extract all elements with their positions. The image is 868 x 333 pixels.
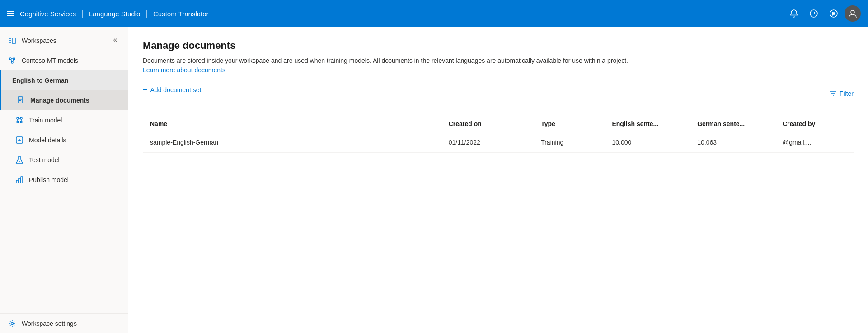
svg-point-4 xyxy=(835,14,835,14)
model-details-icon xyxy=(14,135,24,145)
svg-line-15 xyxy=(13,60,14,62)
toolbar-row: + Add document set Filter xyxy=(143,84,854,107)
sidebar: « Workspaces xyxy=(0,27,128,333)
table-body: sample-English-German 01/11/2022 Trainin… xyxy=(143,132,854,153)
svg-rect-33 xyxy=(16,180,18,183)
test-model-label: Test model xyxy=(29,156,60,164)
col-header-english-sentences: English sente... xyxy=(605,116,690,132)
svg-rect-18 xyxy=(19,99,22,100)
sidebar-item-workspace-settings[interactable]: Workspace settings xyxy=(0,313,128,333)
svg-rect-34 xyxy=(19,178,20,183)
manage-documents-icon xyxy=(16,95,26,105)
brand-language-studio[interactable]: Language Studio xyxy=(89,10,140,18)
divider2: | xyxy=(145,9,148,19)
sidebar-item-model-details[interactable]: Model details xyxy=(0,130,128,150)
user-avatar[interactable] xyxy=(845,5,861,22)
train-model-label: Train model xyxy=(29,117,62,124)
page-title: Manage documents xyxy=(143,40,854,52)
cell-created-on: 01/11/2022 xyxy=(441,132,534,153)
add-doc-plus-icon: + xyxy=(143,86,148,94)
workspace-settings-label: Workspace settings xyxy=(22,320,77,327)
sidebar-item-train-model[interactable]: Train model xyxy=(0,110,128,130)
brand-custom-translator[interactable]: Custom Translator xyxy=(153,10,209,18)
workspaces-icon xyxy=(7,36,17,46)
manage-documents-label: Manage documents xyxy=(30,97,89,104)
cell-german-sentences: 10,063 xyxy=(690,132,775,153)
add-document-set-label: Add document set xyxy=(150,86,202,94)
project-label: English to German xyxy=(12,77,68,84)
model-details-label: Model details xyxy=(29,136,66,144)
content-area: Manage documents Documents are stored in… xyxy=(128,27,868,333)
feedback-button[interactable] xyxy=(825,5,843,23)
col-header-created-by: Created by xyxy=(775,116,854,132)
help-button[interactable] xyxy=(805,5,823,23)
workspace-settings-icon xyxy=(7,319,17,328)
main-layout: « Workspaces xyxy=(0,27,868,333)
sidebar-item-manage-documents[interactable]: Manage documents xyxy=(0,90,128,110)
table-header: Name Created on Type English sente... Ge… xyxy=(143,116,854,132)
cell-doc-name: sample-English-German xyxy=(143,132,441,153)
svg-point-5 xyxy=(851,10,854,14)
cell-created-by: @gmail.... xyxy=(775,132,854,153)
col-header-german-sentences: German sente... xyxy=(690,116,775,132)
sidebar-item-model-group[interactable]: Contoso MT models xyxy=(0,51,128,70)
svg-point-20 xyxy=(17,117,19,119)
cell-english-sentences: 10,000 xyxy=(605,132,690,153)
col-header-type: Type xyxy=(534,116,605,132)
svg-point-23 xyxy=(20,121,22,123)
svg-rect-9 xyxy=(12,38,16,43)
sidebar-item-publish-model[interactable]: Publish model xyxy=(0,170,128,190)
sidebar-collapse-button[interactable]: « xyxy=(109,33,122,46)
sidebar-item-test-model[interactable]: Test model xyxy=(0,150,128,170)
filter-button[interactable]: Filter xyxy=(830,90,854,97)
svg-rect-35 xyxy=(21,177,23,183)
svg-rect-19 xyxy=(19,100,21,101)
svg-point-0 xyxy=(810,10,817,17)
page-description: Documents are stored inside your workspa… xyxy=(143,56,640,75)
model-group-label: Contoso MT models xyxy=(22,57,78,64)
svg-point-2 xyxy=(833,14,833,14)
documents-table: Name Created on Type English sente... Ge… xyxy=(143,116,854,153)
filter-icon xyxy=(830,90,837,97)
svg-rect-17 xyxy=(19,98,22,98)
learn-more-link[interactable]: Learn more about documents xyxy=(143,66,225,74)
svg-point-12 xyxy=(11,61,13,63)
svg-point-32 xyxy=(19,161,20,162)
svg-point-22 xyxy=(17,121,19,123)
cell-type: Training xyxy=(534,132,605,153)
train-model-icon xyxy=(14,115,24,125)
divider1: | xyxy=(81,9,84,19)
description-text: Documents are stored inside your workspa… xyxy=(143,57,628,64)
svg-line-14 xyxy=(11,60,12,62)
col-header-created: Created on xyxy=(441,116,534,132)
model-group-icon xyxy=(7,56,17,66)
svg-point-3 xyxy=(834,14,834,14)
topbar: Cognitive Services | Language Studio | C… xyxy=(0,0,868,27)
sidebar-item-project[interactable]: English to German xyxy=(0,70,128,90)
hamburger-menu[interactable] xyxy=(7,11,14,16)
brand-cognitive-services[interactable]: Cognitive Services xyxy=(20,10,76,18)
table-row[interactable]: sample-English-German 01/11/2022 Trainin… xyxy=(143,132,854,153)
workspaces-label: Workspaces xyxy=(22,37,56,44)
notification-bell-button[interactable] xyxy=(785,5,803,23)
svg-point-21 xyxy=(20,117,22,119)
publish-model-label: Publish model xyxy=(29,176,69,183)
add-document-set-button[interactable]: + Add document set xyxy=(143,84,201,96)
test-model-icon xyxy=(14,155,24,165)
publish-model-icon xyxy=(14,175,24,185)
topbar-actions xyxy=(785,5,861,23)
svg-point-36 xyxy=(11,322,14,324)
filter-label: Filter xyxy=(840,90,854,97)
col-header-name: Name xyxy=(143,116,441,132)
